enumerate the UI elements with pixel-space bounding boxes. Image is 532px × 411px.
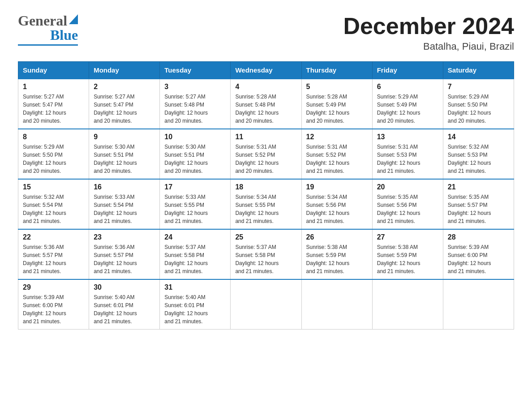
day-cell-28: 28Sunrise: 5:39 AMSunset: 6:00 PMDayligh… <box>443 229 514 279</box>
day-number: 12 <box>306 133 368 141</box>
day-info: Sunrise: 5:27 AMSunset: 5:47 PMDaylight:… <box>23 93 84 125</box>
day-cell-5: 5Sunrise: 5:28 AMSunset: 5:49 PMDaylight… <box>301 79 372 129</box>
day-cell-20: 20Sunrise: 5:35 AMSunset: 5:56 PMDayligh… <box>372 179 443 229</box>
day-number: 18 <box>235 183 296 191</box>
day-number: 25 <box>235 233 296 241</box>
svg-marker-0 <box>69 14 78 24</box>
day-number: 9 <box>94 133 155 141</box>
day-info: Sunrise: 5:36 AMSunset: 5:57 PMDaylight:… <box>94 243 155 275</box>
day-number: 13 <box>377 133 438 141</box>
day-info: Sunrise: 5:29 AMSunset: 5:50 PMDaylight:… <box>23 143 84 175</box>
day-info: Sunrise: 5:30 AMSunset: 5:51 PMDaylight:… <box>94 143 155 175</box>
day-cell-11: 11Sunrise: 5:31 AMSunset: 5:52 PMDayligh… <box>231 129 301 179</box>
day-info: Sunrise: 5:27 AMSunset: 5:47 PMDaylight:… <box>94 93 155 125</box>
day-info: Sunrise: 5:31 AMSunset: 5:52 PMDaylight:… <box>306 143 368 175</box>
day-number: 31 <box>164 283 226 291</box>
day-info: Sunrise: 5:30 AMSunset: 5:51 PMDaylight:… <box>164 143 226 175</box>
day-cell-29: 29Sunrise: 5:39 AMSunset: 6:00 PMDayligh… <box>18 279 89 330</box>
day-info: Sunrise: 5:33 AMSunset: 5:55 PMDaylight:… <box>164 193 226 225</box>
day-cell-27: 27Sunrise: 5:38 AMSunset: 5:59 PMDayligh… <box>372 229 443 279</box>
day-info: Sunrise: 5:27 AMSunset: 5:48 PMDaylight:… <box>164 93 226 125</box>
column-header-monday: Monday <box>89 62 160 79</box>
day-info: Sunrise: 5:37 AMSunset: 5:58 PMDaylight:… <box>235 243 296 275</box>
day-number: 14 <box>448 133 509 141</box>
day-cell-1: 1Sunrise: 5:27 AMSunset: 5:47 PMDaylight… <box>18 79 89 129</box>
day-cell-26: 26Sunrise: 5:38 AMSunset: 5:59 PMDayligh… <box>301 229 372 279</box>
day-cell-14: 14Sunrise: 5:32 AMSunset: 5:53 PMDayligh… <box>443 129 514 179</box>
day-info: Sunrise: 5:39 AMSunset: 6:00 PMDaylight:… <box>23 293 84 325</box>
day-number: 21 <box>448 183 509 191</box>
column-header-sunday: Sunday <box>18 62 89 79</box>
day-number: 27 <box>377 233 438 241</box>
day-number: 1 <box>23 83 84 91</box>
day-number: 24 <box>164 233 226 241</box>
calendar-table: SundayMondayTuesdayWednesdayThursdayFrid… <box>18 61 514 330</box>
page-subtitle: Batalha, Piaui, Brazil <box>343 41 514 52</box>
day-info: Sunrise: 5:37 AMSunset: 5:58 PMDaylight:… <box>164 243 226 275</box>
day-number: 11 <box>235 133 296 141</box>
day-info: Sunrise: 5:31 AMSunset: 5:53 PMDaylight:… <box>377 143 438 175</box>
day-number: 23 <box>94 233 155 241</box>
day-number: 6 <box>377 83 438 91</box>
day-cell-3: 3Sunrise: 5:27 AMSunset: 5:48 PMDaylight… <box>160 79 231 129</box>
day-cell-12: 12Sunrise: 5:31 AMSunset: 5:52 PMDayligh… <box>301 129 372 179</box>
day-info: Sunrise: 5:29 AMSunset: 5:49 PMDaylight:… <box>377 93 438 125</box>
day-info: Sunrise: 5:28 AMSunset: 5:48 PMDaylight:… <box>235 93 296 125</box>
week-row-5: 29Sunrise: 5:39 AMSunset: 6:00 PMDayligh… <box>18 279 514 330</box>
day-cell-4: 4Sunrise: 5:28 AMSunset: 5:48 PMDaylight… <box>231 79 301 129</box>
day-number: 8 <box>23 133 84 141</box>
day-cell-19: 19Sunrise: 5:34 AMSunset: 5:56 PMDayligh… <box>301 179 372 229</box>
day-info: Sunrise: 5:38 AMSunset: 5:59 PMDaylight:… <box>377 243 438 275</box>
day-cell-23: 23Sunrise: 5:36 AMSunset: 5:57 PMDayligh… <box>89 229 160 279</box>
logo-triangle-icon <box>69 14 78 24</box>
day-cell-8: 8Sunrise: 5:29 AMSunset: 5:50 PMDaylight… <box>18 129 89 179</box>
day-info: Sunrise: 5:39 AMSunset: 6:00 PMDaylight:… <box>448 243 509 275</box>
logo-blue-text: Blue <box>50 27 78 43</box>
day-cell-10: 10Sunrise: 5:30 AMSunset: 5:51 PMDayligh… <box>160 129 231 179</box>
logo-general-text: General <box>18 13 67 28</box>
day-info: Sunrise: 5:36 AMSunset: 5:57 PMDaylight:… <box>23 243 84 275</box>
day-info: Sunrise: 5:31 AMSunset: 5:52 PMDaylight:… <box>235 143 296 175</box>
day-cell-7: 7Sunrise: 5:29 AMSunset: 5:50 PMDaylight… <box>443 79 514 129</box>
column-header-thursday: Thursday <box>301 62 372 79</box>
day-cell-25: 25Sunrise: 5:37 AMSunset: 5:58 PMDayligh… <box>231 229 301 279</box>
week-row-2: 8Sunrise: 5:29 AMSunset: 5:50 PMDaylight… <box>18 129 514 179</box>
day-number: 22 <box>23 233 84 241</box>
day-cell-31: 31Sunrise: 5:40 AMSunset: 6:01 PMDayligh… <box>160 279 231 330</box>
logo-divider <box>18 44 78 46</box>
page-title: December 2024 <box>343 13 514 39</box>
day-cell-16: 16Sunrise: 5:33 AMSunset: 5:54 PMDayligh… <box>89 179 160 229</box>
day-number: 5 <box>306 83 368 91</box>
day-cell-24: 24Sunrise: 5:37 AMSunset: 5:58 PMDayligh… <box>160 229 231 279</box>
day-cell-13: 13Sunrise: 5:31 AMSunset: 5:53 PMDayligh… <box>372 129 443 179</box>
day-info: Sunrise: 5:34 AMSunset: 5:56 PMDaylight:… <box>306 193 368 225</box>
week-row-1: 1Sunrise: 5:27 AMSunset: 5:47 PMDaylight… <box>18 79 514 129</box>
day-number: 29 <box>23 283 84 291</box>
day-cell-21: 21Sunrise: 5:35 AMSunset: 5:57 PMDayligh… <box>443 179 514 229</box>
day-info: Sunrise: 5:29 AMSunset: 5:50 PMDaylight:… <box>448 93 509 125</box>
day-number: 10 <box>164 133 226 141</box>
day-info: Sunrise: 5:32 AMSunset: 5:54 PMDaylight:… <box>23 193 84 225</box>
day-cell-30: 30Sunrise: 5:40 AMSunset: 6:01 PMDayligh… <box>89 279 160 330</box>
day-number: 2 <box>94 83 155 91</box>
column-header-wednesday: Wednesday <box>231 62 301 79</box>
column-header-saturday: Saturday <box>443 62 514 79</box>
calendar-header-row: SundayMondayTuesdayWednesdayThursdayFrid… <box>18 62 514 79</box>
day-info: Sunrise: 5:35 AMSunset: 5:56 PMDaylight:… <box>377 193 438 225</box>
column-header-tuesday: Tuesday <box>160 62 231 79</box>
week-row-3: 15Sunrise: 5:32 AMSunset: 5:54 PMDayligh… <box>18 179 514 229</box>
logo: General Blue <box>18 13 78 46</box>
day-number: 3 <box>164 83 226 91</box>
day-cell-22: 22Sunrise: 5:36 AMSunset: 5:57 PMDayligh… <box>18 229 89 279</box>
day-number: 15 <box>23 183 84 191</box>
empty-cell <box>231 279 301 330</box>
day-cell-17: 17Sunrise: 5:33 AMSunset: 5:55 PMDayligh… <box>160 179 231 229</box>
day-cell-15: 15Sunrise: 5:32 AMSunset: 5:54 PMDayligh… <box>18 179 89 229</box>
day-info: Sunrise: 5:34 AMSunset: 5:55 PMDaylight:… <box>235 193 296 225</box>
column-header-friday: Friday <box>372 62 443 79</box>
day-info: Sunrise: 5:28 AMSunset: 5:49 PMDaylight:… <box>306 93 368 125</box>
day-info: Sunrise: 5:32 AMSunset: 5:53 PMDaylight:… <box>448 143 509 175</box>
empty-cell <box>301 279 372 330</box>
day-cell-9: 9Sunrise: 5:30 AMSunset: 5:51 PMDaylight… <box>89 129 160 179</box>
day-number: 4 <box>235 83 296 91</box>
